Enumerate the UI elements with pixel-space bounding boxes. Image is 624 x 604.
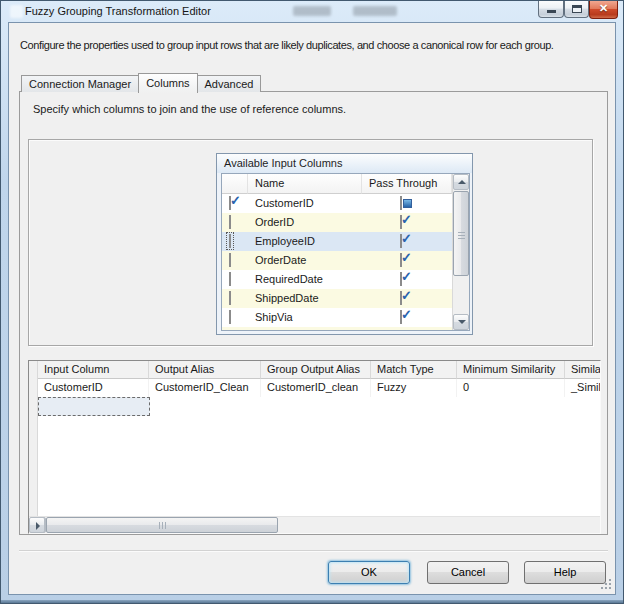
column-name: OrderDate [255, 251, 306, 270]
column-name: RequiredDate [255, 270, 323, 289]
title-bar[interactable]: Fuzzy Grouping Transformation Editor ✕ [1, 1, 623, 22]
tab-strip: Connection Manager Columns Advanced [21, 72, 260, 92]
available-columns-grid: Name Pass Through ✓ CustomerID OrderID ✓ [221, 173, 470, 331]
row-requireddate[interactable]: RequiredDate ✓ [222, 270, 452, 289]
redacted-text [353, 6, 397, 16]
cell-group-output-alias[interactable]: CustomerID_clean [261, 379, 371, 397]
tab-columns[interactable]: Columns [138, 73, 197, 93]
tab-connection-manager[interactable]: Connection Manager [21, 75, 139, 92]
column-name: EmployeeID [255, 232, 315, 251]
row-orderdate[interactable]: OrderDate ✓ [222, 251, 452, 270]
ok-button[interactable]: OK [328, 561, 410, 584]
scroll-down-icon [458, 320, 466, 324]
header-input-column[interactable]: Input Column [38, 361, 149, 379]
employeeid-select-checkbox[interactable] [229, 235, 231, 247]
minimize-button[interactable] [538, 1, 564, 18]
thumb-grip-icon [458, 231, 465, 239]
row-shippeddate[interactable]: ShippedDate ✓ [222, 289, 452, 308]
header-similarity-output[interactable]: Similarit [565, 361, 601, 379]
requireddate-pass-through-checkbox[interactable]: ✓ [400, 273, 402, 285]
column-mapping-grid: Input Column Output Alias Group Output A… [28, 360, 601, 534]
header-group-output-alias[interactable]: Group Output Alias [261, 361, 371, 379]
row-shipvia[interactable]: ShipVia ✓ [222, 308, 452, 327]
maximize-icon [572, 5, 582, 13]
horizontal-scrollbar[interactable] [29, 516, 600, 533]
vertical-scrollbar[interactable] [452, 174, 469, 330]
dialog-client-area: Configure the properties used to group i… [8, 22, 616, 595]
row-orderid[interactable]: OrderID ✓ [222, 213, 452, 232]
close-button[interactable]: ✕ [589, 1, 618, 19]
window-title: Fuzzy Grouping Transformation Editor [25, 5, 211, 17]
columns-tab-page: Specify which columns to join and the us… [19, 91, 608, 535]
employeeid-pass-through-checkbox[interactable]: ✓ [400, 235, 402, 247]
available-input-columns-panel: Available Input Columns Name Pass Throug… [216, 153, 473, 335]
tab-advanced[interactable]: Advanced [197, 75, 262, 92]
column-name: CustomerID [255, 194, 314, 213]
indeterminate-checkbox-icon [400, 196, 402, 210]
shippeddate-select-checkbox[interactable] [229, 292, 231, 304]
header-output-alias[interactable]: Output Alias [149, 361, 261, 379]
check-icon: ✓ [401, 251, 412, 264]
focused-empty-cell[interactable] [38, 397, 150, 416]
header-name-column[interactable]: Name [248, 174, 362, 194]
orderdate-pass-through-checkbox[interactable]: ✓ [400, 254, 402, 266]
column-name: ShippedDate [255, 289, 319, 308]
orderid-select-checkbox[interactable] [229, 216, 231, 228]
thumb-grip-icon [159, 522, 167, 529]
grid-header-row: Name Pass Through [222, 174, 452, 194]
dialog-description: Configure the properties used to group i… [20, 39, 616, 51]
row-customerid[interactable]: ✓ CustomerID [222, 194, 452, 213]
check-icon: ✓ [401, 232, 412, 245]
header-checkbox-column[interactable] [222, 174, 248, 194]
header-match-type[interactable]: Match Type [371, 361, 457, 379]
header-pass-through-column[interactable]: Pass Through [362, 174, 452, 194]
cell-minimum-similarity[interactable]: 0 [457, 379, 565, 397]
column-name: ShipVia [255, 308, 293, 327]
horizontal-scrollbar-thumb[interactable] [46, 517, 278, 533]
requireddate-select-checkbox[interactable] [229, 273, 231, 285]
row-header-strip [29, 361, 38, 516]
check-icon: ✓ [401, 308, 412, 321]
scroll-up-button[interactable] [453, 174, 469, 190]
orderid-pass-through-checkbox[interactable]: ✓ [400, 216, 402, 228]
row-employeeid[interactable]: EmployeeID ✓ [222, 232, 452, 251]
customerid-pass-through-checkbox[interactable] [400, 197, 402, 209]
header-minimum-similarity[interactable]: Minimum Similarity [457, 361, 565, 379]
dialog-window: Fuzzy Grouping Transformation Editor ✕ C… [0, 0, 624, 604]
scroll-right-icon [36, 522, 40, 530]
cell-input-column[interactable]: CustomerID [38, 379, 149, 397]
check-icon: ✓ [401, 289, 412, 302]
redacted-text [293, 6, 331, 16]
tab-instruction: Specify which columns to join and the us… [33, 103, 346, 115]
mapping-data-row: CustomerID CustomerID_Clean CustomerID_c… [38, 379, 601, 397]
cell-match-type[interactable]: Fuzzy [371, 379, 457, 397]
partially-visible-row [222, 327, 452, 331]
cancel-button[interactable]: Cancel [427, 561, 509, 584]
cell-similarity-output[interactable]: _Similar [565, 379, 601, 397]
column-name: OrderID [255, 213, 294, 232]
close-icon: ✕ [590, 2, 617, 15]
scroll-down-button[interactable] [453, 314, 469, 330]
vertical-scrollbar-thumb[interactable] [453, 191, 469, 276]
help-button[interactable]: Help [524, 561, 606, 584]
panel-title: Available Input Columns [217, 154, 472, 173]
shippeddate-pass-through-checkbox[interactable]: ✓ [400, 292, 402, 304]
check-icon: ✓ [230, 194, 241, 207]
resize-grip-icon[interactable] [599, 577, 611, 589]
shipvia-pass-through-checkbox[interactable]: ✓ [400, 311, 402, 323]
customerid-select-checkbox[interactable]: ✓ [229, 197, 231, 209]
cell-output-alias[interactable]: CustomerID_Clean [149, 379, 261, 397]
shipvia-select-checkbox[interactable] [229, 311, 231, 323]
minimize-icon [547, 10, 556, 13]
scroll-right-button[interactable] [29, 517, 45, 533]
app-icon [10, 5, 23, 18]
mapping-header-row: Input Column Output Alias Group Output A… [38, 361, 601, 379]
orderdate-select-checkbox[interactable] [229, 254, 231, 266]
check-icon: ✓ [401, 213, 412, 226]
scroll-up-icon [458, 180, 466, 184]
maximize-button[interactable] [564, 1, 589, 18]
check-icon: ✓ [401, 270, 412, 283]
footer-divider [19, 550, 608, 552]
